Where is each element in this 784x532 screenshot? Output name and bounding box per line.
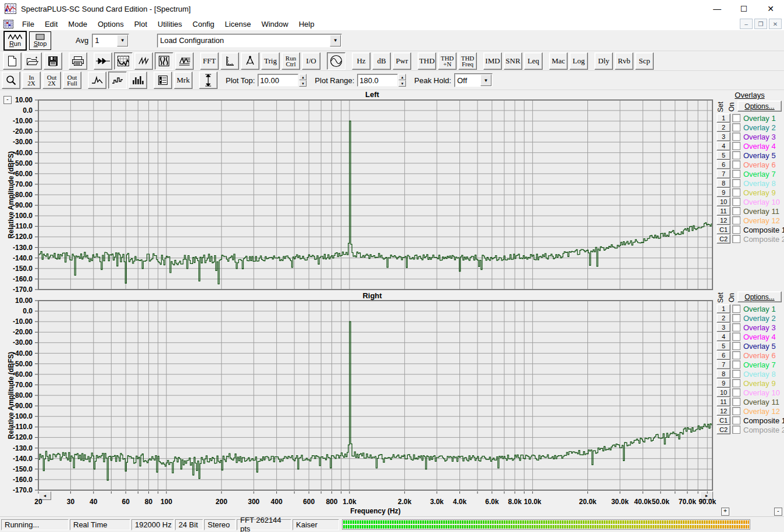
overlay-on-checkbox-9[interactable]	[732, 379, 740, 387]
fft-button[interactable]: FFT	[200, 52, 219, 70]
fast-forward-button[interactable]	[94, 52, 112, 70]
plot-range-input[interactable]: 180.0	[357, 74, 398, 87]
load-configuration-arrow-icon[interactable]: ▼	[330, 35, 341, 47]
overlay-set-button-4[interactable]: 4	[717, 332, 730, 341]
mdi-restore-button[interactable]: ❐	[754, 19, 767, 29]
vertical-range-button[interactable]	[199, 72, 218, 89]
overlay-set-button-5[interactable]: 5	[717, 151, 730, 160]
macro-button[interactable]: Mac	[549, 52, 568, 70]
overlay-set-button-1[interactable]: 1	[717, 304, 730, 313]
overlay-on-checkbox-8[interactable]	[732, 370, 740, 378]
overlay-on-checkbox-11[interactable]	[732, 207, 740, 215]
thd-button[interactable]: THD	[418, 52, 436, 70]
menu-config[interactable]: Config	[187, 19, 220, 30]
markers-button[interactable]: Mrk	[174, 72, 193, 89]
overlay-set-button-8[interactable]: 8	[717, 369, 730, 379]
overlay-on-checkbox-7[interactable]	[732, 360, 740, 369]
plot-range-spin-up-icon[interactable]: ▲	[398, 74, 406, 80]
frequency-units-button[interactable]: Hz	[352, 52, 370, 70]
overlay-on-checkbox-11[interactable]	[732, 398, 740, 406]
thd-n-button[interactable]: THD+N	[438, 52, 457, 70]
avg-combo[interactable]: 1 ▼	[92, 34, 129, 48]
open-button[interactable]	[23, 52, 42, 70]
mdi-close-button[interactable]: ✕	[769, 19, 782, 29]
stop-button[interactable]: Stop	[29, 31, 51, 50]
overlay-set-button-6[interactable]: 6	[717, 351, 730, 360]
overlay-on-checkbox-C1[interactable]	[732, 416, 740, 424]
overlay-on-checkbox-1[interactable]	[732, 305, 740, 313]
io-device-button[interactable]: I/O	[302, 52, 320, 70]
time-series-button[interactable]	[134, 52, 153, 70]
overlay-on-checkbox-3[interactable]	[732, 323, 740, 331]
overlay-on-checkbox-2[interactable]	[732, 314, 740, 322]
overlay-on-checkbox-6[interactable]	[732, 160, 740, 169]
overlay-on-checkbox-5[interactable]	[732, 342, 740, 350]
overlay-options-button[interactable]: Options...	[737, 291, 782, 302]
overlay-on-checkbox-8[interactable]	[732, 179, 740, 187]
collapse-panel-button[interactable]: -	[774, 508, 782, 516]
close-button[interactable]: ✕	[757, 0, 784, 17]
overlay-set-button-C1[interactable]: C1	[717, 416, 730, 425]
mdi-minimize-button[interactable]: –	[740, 19, 753, 29]
zoom-out-full-button[interactable]: OutFull	[63, 72, 81, 89]
imd-button[interactable]: IMD	[483, 52, 502, 70]
expand-panel-button[interactable]: +	[721, 508, 729, 516]
scope-button[interactable]: Scp	[635, 52, 654, 70]
overlay-set-button-12[interactable]: 12	[717, 216, 730, 225]
menu-file[interactable]: File	[17, 19, 40, 30]
peak-hold-arrow-icon[interactable]: ▼	[480, 74, 491, 86]
menu-utilities[interactable]: Utilities	[152, 19, 187, 30]
overlay-set-button-2[interactable]: 2	[717, 313, 730, 323]
overlay-on-checkbox-C2[interactable]	[732, 426, 740, 434]
plot-top-spin-down-icon[interactable]: ▼	[299, 80, 307, 87]
overlay-set-button-11[interactable]: 11	[717, 206, 730, 216]
trigger-button[interactable]: Trig	[261, 52, 280, 70]
delay-button[interactable]: Dly	[594, 52, 613, 70]
reverb-button[interactable]: Rvb	[615, 52, 633, 70]
zoom-in-2x-button[interactable]: In2X	[22, 72, 41, 89]
leq-button[interactable]: Leq	[524, 52, 543, 70]
overlay-on-checkbox-12[interactable]	[732, 216, 740, 224]
overlay-options-button[interactable]: Options...	[737, 101, 782, 112]
power-button[interactable]: Pwr	[393, 52, 411, 70]
overlay-set-button-12[interactable]: 12	[717, 406, 730, 416]
menu-window[interactable]: Window	[256, 19, 293, 30]
overlay-on-checkbox-3[interactable]	[732, 133, 740, 141]
plot-top-spinner[interactable]: ▲▼	[299, 74, 307, 87]
run-button[interactable]: Run	[3, 31, 27, 51]
line-plot-button[interactable]	[108, 72, 127, 89]
overlay-on-checkbox-5[interactable]	[732, 151, 740, 159]
spectrum-plot-button[interactable]	[114, 52, 133, 70]
snr-button[interactable]: SNR	[504, 52, 522, 70]
right-spectrum-plot[interactable]	[34, 299, 714, 492]
overlay-on-checkbox-4[interactable]	[732, 142, 740, 150]
overlay-set-button-C1[interactable]: C1	[717, 225, 730, 234]
overlay-set-button-C2[interactable]: C2	[717, 425, 730, 434]
phase-button[interactable]	[241, 52, 259, 70]
peak-curve-button[interactable]	[88, 72, 106, 89]
plot-options-button[interactable]	[154, 72, 172, 89]
load-configuration-combo[interactable]: Load Configuration ▼	[157, 34, 342, 48]
overlay-on-checkbox-1[interactable]	[732, 114, 740, 122]
overlay-on-checkbox-C1[interactable]	[732, 226, 740, 234]
overlay-on-checkbox-2[interactable]	[732, 123, 740, 131]
run-control-button[interactable]: RunCtrl	[281, 52, 300, 70]
maximize-button[interactable]: ☐	[730, 0, 757, 17]
overlay-set-button-4[interactable]: 4	[717, 141, 730, 151]
logging-button[interactable]: Log	[569, 52, 588, 70]
overlay-set-button-9[interactable]: 9	[717, 379, 730, 388]
overlay-set-button-10[interactable]: 10	[717, 197, 730, 206]
plot-range-spinner[interactable]: ▲▼	[398, 74, 406, 87]
overlay-set-button-8[interactable]: 8	[717, 178, 730, 188]
overlay-set-button-3[interactable]: 3	[717, 323, 730, 332]
overlay-set-button-7[interactable]: 7	[717, 360, 730, 369]
overlay-set-button-7[interactable]: 7	[717, 169, 730, 178]
print-button[interactable]	[69, 52, 87, 70]
overlay-set-button-10[interactable]: 10	[717, 388, 730, 397]
overlay-on-checkbox-7[interactable]	[732, 170, 740, 178]
menu-edit[interactable]: Edit	[40, 19, 63, 30]
overlay-set-button-5[interactable]: 5	[717, 341, 730, 351]
overlay-set-button-6[interactable]: 6	[717, 160, 730, 169]
overlay-set-button-1[interactable]: 1	[717, 113, 730, 123]
overlay-on-checkbox-10[interactable]	[732, 388, 740, 397]
